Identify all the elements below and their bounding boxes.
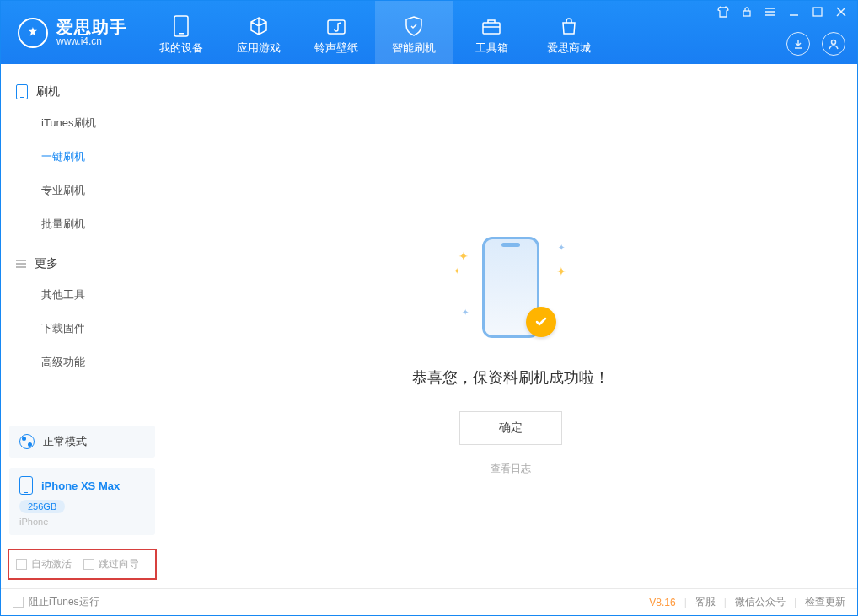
checkbox-auto-activate[interactable]: 自动激活: [16, 557, 72, 571]
tab-toolbox[interactable]: 工具箱: [453, 1, 530, 64]
shield-icon: [403, 15, 425, 37]
sidebar-item-oneclick-flash[interactable]: 一键刷机: [1, 140, 164, 174]
sparkle-icon: ✦: [453, 266, 460, 276]
success-panel: ✦ ✦ ✦ ✦ ✦ 恭喜您，保资料刷机成功啦！ 确定 查看日志: [164, 233, 857, 476]
music-folder-icon: [325, 15, 347, 37]
logo-icon: [18, 18, 48, 48]
device-info-box[interactable]: iPhone XS Max 256GB iPhone: [9, 468, 155, 535]
sparkle-icon: ✦: [556, 265, 566, 278]
close-button[interactable]: [834, 4, 849, 19]
version-label: V8.16: [649, 597, 675, 608]
sparkle-icon: ✦: [558, 243, 565, 252]
success-message: 恭喜您，保资料刷机成功啦！: [412, 367, 609, 388]
tab-ringtone-wallpaper[interactable]: 铃声壁纸: [298, 1, 375, 64]
mode-icon: [19, 434, 35, 449]
svg-rect-3: [483, 23, 500, 34]
minimize-button[interactable]: [786, 4, 802, 19]
toolbox-icon: [480, 15, 502, 37]
window-controls: [716, 4, 849, 19]
footer-link-wechat[interactable]: 微信公众号: [735, 595, 786, 609]
logo-subtitle: www.i4.cn: [56, 36, 127, 47]
sidebar-item-batch-flash[interactable]: 批量刷机: [1, 207, 164, 241]
maximize-button[interactable]: [810, 4, 825, 19]
device-phone-icon: [19, 476, 33, 495]
device-mode-box[interactable]: 正常模式: [9, 426, 155, 458]
checkbox-icon: [83, 559, 94, 570]
nav-tabs: 我的设备 应用游戏 铃声壁纸 智能刷机 工具箱 爱思商城: [142, 1, 608, 64]
cube-icon: [248, 15, 270, 37]
sidebar: 刷机 iTunes刷机 一键刷机 专业刷机 批量刷机 更多 其他工具 下载固件 …: [1, 64, 164, 588]
options-highlighted-box: 自动激活 跳过向导: [8, 549, 157, 580]
sidebar-item-pro-flash[interactable]: 专业刷机: [1, 174, 164, 207]
ok-button[interactable]: 确定: [459, 411, 562, 445]
device-name: iPhone XS Max: [41, 479, 120, 492]
check-badge-icon: [526, 307, 556, 337]
device-capacity: 256GB: [19, 500, 65, 513]
sparkle-icon: ✦: [462, 308, 469, 317]
svg-rect-1: [179, 33, 184, 35]
user-button[interactable]: [822, 32, 845, 56]
tab-apps-games[interactable]: 应用游戏: [220, 1, 298, 64]
tab-my-device[interactable]: 我的设备: [142, 1, 220, 64]
list-icon: [16, 260, 26, 268]
sparkle-icon: ✦: [458, 249, 469, 263]
menu-icon[interactable]: [763, 4, 778, 19]
tab-store[interactable]: 爱思商城: [530, 1, 608, 64]
footer-link-update[interactable]: 检查更新: [805, 595, 845, 609]
logo: 爱思助手 www.i4.cn: [1, 1, 142, 64]
header: 爱思助手 www.i4.cn 我的设备 应用游戏 铃声壁纸 智能刷机: [1, 1, 857, 64]
checkbox-icon: [16, 559, 27, 570]
checkbox-icon: [13, 597, 24, 608]
logo-title: 爱思助手: [56, 18, 127, 36]
footer-block-itunes[interactable]: 阻止iTunes运行: [13, 595, 99, 609]
svg-rect-10: [813, 8, 822, 16]
view-log-link[interactable]: 查看日志: [491, 462, 531, 476]
svg-rect-5: [743, 11, 750, 16]
tab-smart-flash[interactable]: 智能刷机: [375, 1, 453, 64]
header-action-icons: [786, 32, 845, 56]
device-type: iPhone: [19, 517, 145, 527]
lock-icon[interactable]: [739, 4, 754, 19]
sidebar-section-more: 更多: [1, 249, 164, 278]
phone-outline-icon: [16, 84, 28, 99]
sidebar-item-itunes-flash[interactable]: iTunes刷机: [1, 106, 164, 140]
main-content: ✦ ✦ ✦ ✦ ✦ 恭喜您，保资料刷机成功啦！ 确定 查看日志: [164, 64, 857, 588]
svg-point-13: [832, 40, 836, 45]
sidebar-item-download-firmware[interactable]: 下载固件: [1, 312, 164, 345]
app-window: 爱思助手 www.i4.cn 我的设备 应用游戏 铃声壁纸 智能刷机: [0, 0, 858, 616]
device-mode-label: 正常模式: [43, 434, 87, 449]
download-button[interactable]: [786, 32, 810, 56]
phone-icon: [170, 15, 192, 37]
footer-link-service[interactable]: 客服: [695, 595, 716, 609]
tshirt-icon[interactable]: [716, 4, 731, 19]
checkbox-skip-guide[interactable]: 跳过向导: [83, 557, 139, 571]
footer: 阻止iTunes运行 V8.16 | 客服 | 微信公众号 | 检查更新: [1, 588, 857, 615]
bag-icon: [558, 15, 580, 37]
sidebar-section-flash: 刷机: [1, 78, 164, 106]
success-illustration: ✦ ✦ ✦ ✦ ✦: [460, 233, 561, 342]
body: 刷机 iTunes刷机 一键刷机 专业刷机 批量刷机 更多 其他工具 下载固件 …: [1, 64, 857, 588]
sidebar-item-other-tools[interactable]: 其他工具: [1, 278, 164, 312]
sidebar-item-advanced[interactable]: 高级功能: [1, 345, 164, 379]
